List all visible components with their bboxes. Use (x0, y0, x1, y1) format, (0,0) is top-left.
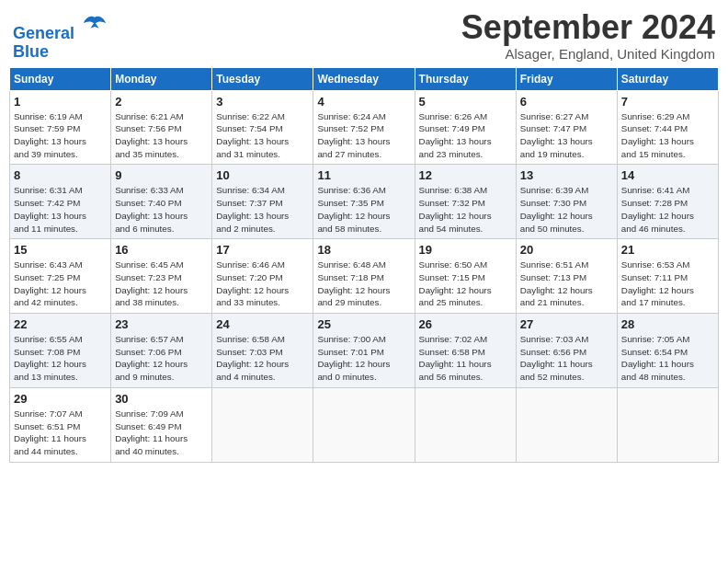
day-info: Sunrise: 6:31 AMSunset: 7:42 PMDaylight:… (14, 184, 107, 235)
day-number: 22 (14, 317, 107, 331)
weekday-header-wednesday: Wednesday (313, 67, 415, 90)
day-info: Sunrise: 6:53 AMSunset: 7:11 PMDaylight:… (621, 259, 714, 309)
calendar-cell: 30Sunrise: 7:09 AMSunset: 6:49 PMDayligh… (111, 387, 212, 462)
day-info: Sunrise: 6:27 AMSunset: 7:47 PMDaylight:… (520, 110, 613, 161)
calendar-week-5: 29Sunrise: 7:07 AMSunset: 6:51 PMDayligh… (10, 387, 719, 462)
calendar-cell: 5Sunrise: 6:26 AMSunset: 7:49 PMDaylight… (415, 90, 516, 165)
calendar-cell: 24Sunrise: 6:58 AMSunset: 7:03 PMDayligh… (212, 314, 313, 388)
day-number: 9 (115, 168, 208, 182)
day-info: Sunrise: 6:22 AMSunset: 7:54 PMDaylight:… (216, 110, 309, 161)
calendar-week-2: 8Sunrise: 6:31 AMSunset: 7:42 PMDaylight… (10, 165, 719, 239)
day-info: Sunrise: 6:51 AMSunset: 7:13 PMDaylight:… (520, 259, 613, 309)
calendar-cell (212, 387, 313, 462)
day-info: Sunrise: 7:07 AMSunset: 6:51 PMDaylight:… (14, 408, 107, 458)
calendar-cell: 21Sunrise: 6:53 AMSunset: 7:11 PMDayligh… (617, 239, 718, 314)
day-info: Sunrise: 6:41 AMSunset: 7:28 PMDaylight:… (621, 184, 714, 235)
day-info: Sunrise: 6:29 AMSunset: 7:44 PMDaylight:… (621, 110, 714, 161)
title-section: September 2024 Alsager, England, United … (461, 9, 715, 62)
day-number: 25 (317, 317, 410, 331)
day-number: 6 (520, 95, 613, 109)
weekday-header-saturday: Saturday (617, 67, 718, 90)
calendar-cell: 26Sunrise: 7:02 AMSunset: 6:58 PMDayligh… (415, 314, 516, 388)
day-info: Sunrise: 6:48 AMSunset: 7:18 PMDaylight:… (317, 259, 410, 309)
day-number: 19 (419, 243, 512, 257)
day-info: Sunrise: 6:46 AMSunset: 7:20 PMDaylight:… (216, 259, 309, 309)
calendar-cell (313, 387, 415, 462)
calendar-cell: 20Sunrise: 6:51 AMSunset: 7:13 PMDayligh… (516, 239, 617, 314)
day-info: Sunrise: 6:24 AMSunset: 7:52 PMDaylight:… (317, 110, 410, 161)
calendar-week-1: 1Sunrise: 6:19 AMSunset: 7:59 PMDaylight… (10, 90, 719, 165)
calendar-cell: 9Sunrise: 6:33 AMSunset: 7:40 PMDaylight… (111, 165, 212, 239)
day-info: Sunrise: 6:45 AMSunset: 7:23 PMDaylight:… (115, 259, 208, 309)
calendar-cell: 16Sunrise: 6:45 AMSunset: 7:23 PMDayligh… (111, 239, 212, 314)
day-number: 28 (621, 317, 714, 331)
calendar-cell: 4Sunrise: 6:24 AMSunset: 7:52 PMDaylight… (313, 90, 415, 165)
logo-general: General (13, 24, 74, 42)
logo-text: General (13, 13, 108, 43)
day-info: Sunrise: 7:03 AMSunset: 6:56 PMDaylight:… (520, 333, 613, 384)
calendar-cell: 7Sunrise: 6:29 AMSunset: 7:44 PMDaylight… (617, 90, 718, 165)
calendar-body: 1Sunrise: 6:19 AMSunset: 7:59 PMDaylight… (10, 90, 719, 462)
calendar-header-row: SundayMondayTuesdayWednesdayThursdayFrid… (10, 67, 719, 90)
day-number: 15 (14, 243, 107, 257)
calendar-cell (415, 387, 516, 462)
day-number: 12 (419, 168, 512, 182)
calendar-cell: 19Sunrise: 6:50 AMSunset: 7:15 PMDayligh… (415, 239, 516, 314)
day-info: Sunrise: 6:55 AMSunset: 7:08 PMDaylight:… (14, 333, 107, 384)
calendar-cell: 3Sunrise: 6:22 AMSunset: 7:54 PMDaylight… (212, 90, 313, 165)
calendar-cell: 27Sunrise: 7:03 AMSunset: 6:56 PMDayligh… (516, 314, 617, 388)
calendar-cell: 2Sunrise: 6:21 AMSunset: 7:56 PMDaylight… (111, 90, 212, 165)
calendar-cell: 23Sunrise: 6:57 AMSunset: 7:06 PMDayligh… (111, 314, 212, 388)
day-info: Sunrise: 6:33 AMSunset: 7:40 PMDaylight:… (115, 184, 208, 235)
day-info: Sunrise: 6:38 AMSunset: 7:32 PMDaylight:… (419, 184, 512, 235)
weekday-header-monday: Monday (111, 67, 212, 90)
day-info: Sunrise: 6:50 AMSunset: 7:15 PMDaylight:… (419, 259, 512, 309)
calendar-cell: 18Sunrise: 6:48 AMSunset: 7:18 PMDayligh… (313, 239, 415, 314)
day-number: 1 (14, 95, 107, 109)
day-info: Sunrise: 7:00 AMSunset: 7:01 PMDaylight:… (317, 333, 410, 384)
calendar-cell: 29Sunrise: 7:07 AMSunset: 6:51 PMDayligh… (10, 387, 111, 462)
day-number: 4 (317, 95, 410, 109)
day-number: 5 (419, 95, 512, 109)
day-info: Sunrise: 6:21 AMSunset: 7:56 PMDaylight:… (115, 110, 208, 161)
day-info: Sunrise: 6:34 AMSunset: 7:37 PMDaylight:… (216, 184, 309, 235)
weekday-header-tuesday: Tuesday (212, 67, 313, 90)
location-text: Alsager, England, United Kingdom (461, 46, 715, 62)
logo: General Blue (13, 13, 108, 62)
day-number: 24 (216, 317, 309, 331)
day-info: Sunrise: 6:57 AMSunset: 7:06 PMDaylight:… (115, 333, 208, 384)
calendar-cell: 22Sunrise: 6:55 AMSunset: 7:08 PMDayligh… (10, 314, 111, 388)
day-number: 20 (520, 243, 613, 257)
day-number: 13 (520, 168, 613, 182)
day-number: 26 (419, 317, 512, 331)
logo-blue: Blue (13, 43, 108, 62)
day-number: 29 (14, 392, 107, 406)
calendar-cell: 12Sunrise: 6:38 AMSunset: 7:32 PMDayligh… (415, 165, 516, 239)
day-number: 18 (317, 243, 410, 257)
calendar-cell: 17Sunrise: 6:46 AMSunset: 7:20 PMDayligh… (212, 239, 313, 314)
calendar-cell: 25Sunrise: 7:00 AMSunset: 7:01 PMDayligh… (313, 314, 415, 388)
day-info: Sunrise: 6:36 AMSunset: 7:35 PMDaylight:… (317, 184, 410, 235)
calendar-cell: 28Sunrise: 7:05 AMSunset: 6:54 PMDayligh… (617, 314, 718, 388)
day-number: 16 (115, 243, 208, 257)
day-info: Sunrise: 7:09 AMSunset: 6:49 PMDaylight:… (115, 408, 208, 458)
weekday-header-thursday: Thursday (415, 67, 516, 90)
logo-bird-icon (82, 13, 108, 39)
calendar-cell: 10Sunrise: 6:34 AMSunset: 7:37 PMDayligh… (212, 165, 313, 239)
calendar-cell: 11Sunrise: 6:36 AMSunset: 7:35 PMDayligh… (313, 165, 415, 239)
day-info: Sunrise: 6:19 AMSunset: 7:59 PMDaylight:… (14, 110, 107, 161)
day-number: 21 (621, 243, 714, 257)
calendar-cell: 6Sunrise: 6:27 AMSunset: 7:47 PMDaylight… (516, 90, 617, 165)
calendar-week-3: 15Sunrise: 6:43 AMSunset: 7:25 PMDayligh… (10, 239, 719, 314)
day-info: Sunrise: 6:39 AMSunset: 7:30 PMDaylight:… (520, 184, 613, 235)
calendar-cell: 15Sunrise: 6:43 AMSunset: 7:25 PMDayligh… (10, 239, 111, 314)
calendar-table: SundayMondayTuesdayWednesdayThursdayFrid… (9, 67, 719, 463)
day-number: 7 (621, 95, 714, 109)
day-info: Sunrise: 6:26 AMSunset: 7:49 PMDaylight:… (419, 110, 512, 161)
day-number: 30 (115, 392, 208, 406)
day-number: 2 (115, 95, 208, 109)
day-number: 27 (520, 317, 613, 331)
calendar-cell: 14Sunrise: 6:41 AMSunset: 7:28 PMDayligh… (617, 165, 718, 239)
day-number: 8 (14, 168, 107, 182)
day-info: Sunrise: 7:02 AMSunset: 6:58 PMDaylight:… (419, 333, 512, 384)
